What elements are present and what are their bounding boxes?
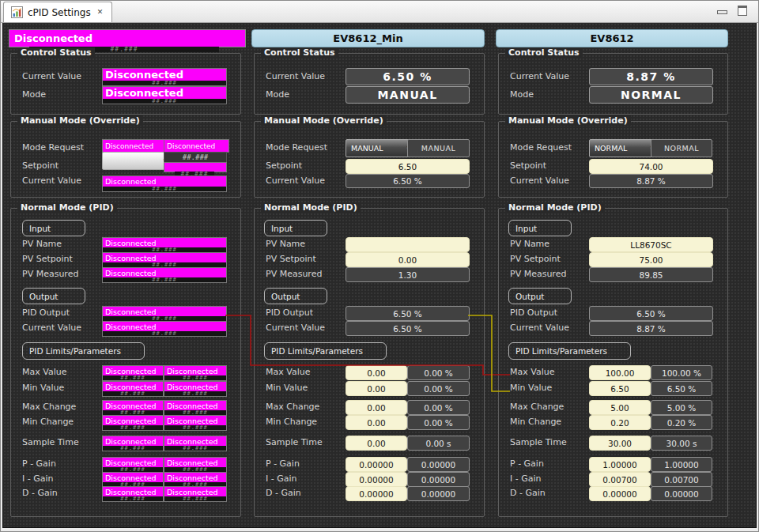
ev8612-param-1-input[interactable]: 6.50 bbox=[589, 381, 651, 396]
ev8612-min-param-7-input[interactable]: 0.00000 bbox=[346, 486, 407, 501]
disconnected-normal-mode-group-title: Normal Mode (PID) bbox=[17, 202, 117, 213]
tab-bar: cPID Settings ✕ bbox=[1, 0, 758, 23]
ev8612-mm-current-value: 8.87 % bbox=[589, 174, 713, 188]
disconnected-param-0-label: Max Value bbox=[22, 365, 109, 379]
disconnected-param-2-label: Max Change bbox=[22, 400, 109, 413]
disconnected-pv_name-label: PV Name bbox=[22, 237, 109, 251]
ev8612-cs-current-value-label: Current Value bbox=[510, 68, 597, 84]
ev8612-min-pv_name-input[interactable] bbox=[346, 237, 470, 252]
disconnected-param-1-value-value: Disconnected bbox=[103, 382, 163, 391]
ev8612-param-7-input[interactable]: 0.00000 bbox=[589, 486, 651, 501]
ev8612-min-param-1-label: Min Value bbox=[266, 381, 353, 394]
ev8612-min-param-1-input[interactable]: 0.00 bbox=[346, 381, 407, 396]
ev8612-min-param-5-label: P - Gain bbox=[266, 457, 353, 470]
disconnected-cs-current-value: Disconnected##.### bbox=[102, 68, 227, 86]
disconnected-pv_setpoint-value: Disconnected bbox=[103, 253, 226, 262]
disconnected-param-5-value-value: Disconnected bbox=[103, 458, 163, 467]
ev8612-param-3-input[interactable]: 0.20 bbox=[589, 415, 651, 430]
disconnected-input-button[interactable]: Input bbox=[22, 220, 85, 236]
ev8612-header: EV8612 bbox=[496, 29, 728, 47]
disconnected-pv_name-value: Disconnected bbox=[103, 238, 226, 247]
disconnected-cs-current-value-value: Disconnected bbox=[103, 69, 226, 81]
ev8612-min-mm-current-value: 6.50 % bbox=[346, 174, 470, 188]
ev8612-mode-request-dropdown[interactable]: NORMAL▼ bbox=[589, 139, 660, 157]
ev8612-param-4-label: Sample Time bbox=[510, 436, 597, 449]
ev8612-min-param-4-display: 0.00 s bbox=[407, 436, 470, 451]
ev8612-param-1-display: 6.50 % bbox=[651, 381, 712, 396]
disconnected-output-button[interactable]: Output bbox=[22, 288, 85, 304]
maximize-icon[interactable] bbox=[738, 6, 747, 16]
ev8612-min-pv_setpoint-input[interactable]: 0.00 bbox=[346, 252, 470, 267]
ev8612-min-setpoint-input[interactable]: 6.50 bbox=[346, 159, 470, 174]
ev8612-current_value-label: Current Value bbox=[510, 321, 597, 334]
ev8612-param-2-input[interactable]: 5.00 bbox=[589, 400, 651, 415]
ev8612-param-6-label: I - Gain bbox=[510, 472, 597, 485]
ev8612-param-4-input[interactable]: 30.00 bbox=[589, 436, 651, 451]
ev8612-output-button[interactable]: Output bbox=[508, 288, 572, 304]
disconnected-param-3-label: Min Change bbox=[22, 415, 109, 428]
ev8612-min-mode-request-status: MANUAL bbox=[407, 139, 470, 157]
disconnected-pid-limits-button[interactable]: PID Limits/Parameters bbox=[22, 342, 145, 360]
disconnected-param-0-display-value: Disconnected bbox=[164, 366, 226, 375]
ev8612-min-normal-mode-group-title: Normal Mode (PID) bbox=[261, 202, 361, 213]
disconnected-param-1-display-placeholder: ##.### bbox=[164, 391, 226, 396]
ev8612-param-7-label: D - Gain bbox=[510, 486, 597, 500]
ev8612-min-param-5-input[interactable]: 0.00000 bbox=[346, 457, 407, 472]
disconnected-param-1-display: Disconnected##.### bbox=[164, 381, 227, 397]
ev8612-pv_measured: 89.85 bbox=[589, 267, 713, 282]
ev8612-input-button[interactable]: Input bbox=[508, 220, 572, 236]
ev8612-min-param-7-label: D - Gain bbox=[266, 486, 353, 500]
disconnected-pv_name: Disconnected##.### bbox=[102, 237, 227, 253]
ev8612-min-param-6-input[interactable]: 0.00000 bbox=[346, 472, 407, 487]
disconnected-param-1-value: Disconnected##.### bbox=[102, 381, 164, 397]
tab-cpid-settings[interactable]: cPID Settings ✕ bbox=[3, 2, 112, 22]
disconnected-pid-current_value-value: Disconnected bbox=[103, 322, 226, 331]
tab-close-icon[interactable]: ✕ bbox=[96, 7, 105, 17]
ev8612-pid-limits-button[interactable]: PID Limits/Parameters bbox=[508, 342, 631, 360]
disconnected-mm-current-value-value: Disconnected bbox=[103, 176, 226, 187]
disconnected-param-4-label: Sample Time bbox=[22, 436, 109, 449]
disconnected-pv_setpoint: Disconnected##.### bbox=[102, 252, 227, 268]
ev8612-min-mode-request-label: Mode Request bbox=[266, 139, 353, 156]
ev8612-min-param-3-display: 0.00 % bbox=[407, 415, 470, 430]
disconnected-param-4-value: Disconnected##.### bbox=[102, 436, 164, 451]
disconnected-pid-current_value-placeholder: ##.### bbox=[103, 331, 226, 336]
disconnected-param-7-display-value: Disconnected bbox=[164, 487, 226, 496]
disconnected-cs-current-value-placeholder: ##.### bbox=[103, 81, 226, 85]
minimize-icon[interactable] bbox=[717, 10, 727, 14]
ev8612-min-pid_output-label: PID Output bbox=[266, 306, 353, 319]
disconnected-manual-mode-group-title: Manual Mode (Override) bbox=[17, 115, 143, 126]
tab-label: cPID Settings bbox=[28, 7, 91, 18]
ev8612-mode-request-status: NORMAL bbox=[651, 139, 712, 157]
ev8612-min-mode-request-dropdown[interactable]: MANUAL▼ bbox=[346, 139, 417, 157]
ev8612-pv_name-input[interactable]: LL8670SC bbox=[589, 237, 713, 252]
ev8612-min-param-3-input[interactable]: 0.00 bbox=[346, 415, 407, 430]
disconnected-mode-request-disc-right: Disconnected bbox=[164, 139, 229, 153]
ev8612-min-mm-current-value-label: Current Value bbox=[266, 174, 353, 187]
ev8612-setpoint-input[interactable]: 74.00 bbox=[589, 159, 713, 174]
ev8612-param-0-input[interactable]: 100.00 bbox=[589, 365, 651, 380]
ev8612-pv_setpoint-input[interactable]: 75.00 bbox=[589, 252, 713, 267]
disconnected-param-2-value: Disconnected##.### bbox=[102, 400, 164, 416]
ev8612-min-pv_name-label: PV Name bbox=[266, 237, 353, 251]
disconnected-param-3-value-value: Disconnected bbox=[103, 416, 163, 425]
disconnected-param-6-value-value: Disconnected bbox=[103, 473, 163, 482]
disconnected-mode-request-dropdown[interactable]: ▼ bbox=[102, 152, 173, 170]
ev8612-param-3-display: 0.20 % bbox=[651, 415, 712, 430]
disconnected-param-3-display: Disconnected##.### bbox=[164, 415, 227, 431]
ev8612-param-6-input[interactable]: 0.00700 bbox=[589, 472, 651, 487]
disconnected-param-4-display: Disconnected##.### bbox=[164, 436, 227, 451]
ev8612-min-cs-current-value-label: Current Value bbox=[266, 68, 353, 84]
disconnected-mm-current-value: Disconnected##.### bbox=[102, 175, 227, 192]
ev8612-param-5-input[interactable]: 1.00000 bbox=[589, 457, 651, 472]
ev8612-manual-mode-group-title: Manual Mode (Override) bbox=[505, 115, 631, 126]
ev8612-min-input-button[interactable]: Input bbox=[264, 220, 327, 236]
disconnected-pid-pid_output-value: Disconnected bbox=[103, 307, 226, 316]
ev8612-min-param-2-input[interactable]: 0.00 bbox=[346, 400, 407, 415]
ev8612-min-param-0-input[interactable]: 0.00 bbox=[346, 365, 407, 380]
ev8612-mode-request-label: Mode Request bbox=[510, 139, 597, 156]
ev8612-min-pid-limits-button[interactable]: PID Limits/Parameters bbox=[264, 342, 387, 360]
ev8612-param-5-label: P - Gain bbox=[510, 457, 597, 470]
ev8612-min-output-button[interactable]: Output bbox=[264, 288, 327, 304]
ev8612-min-param-4-input[interactable]: 0.00 bbox=[346, 436, 407, 451]
